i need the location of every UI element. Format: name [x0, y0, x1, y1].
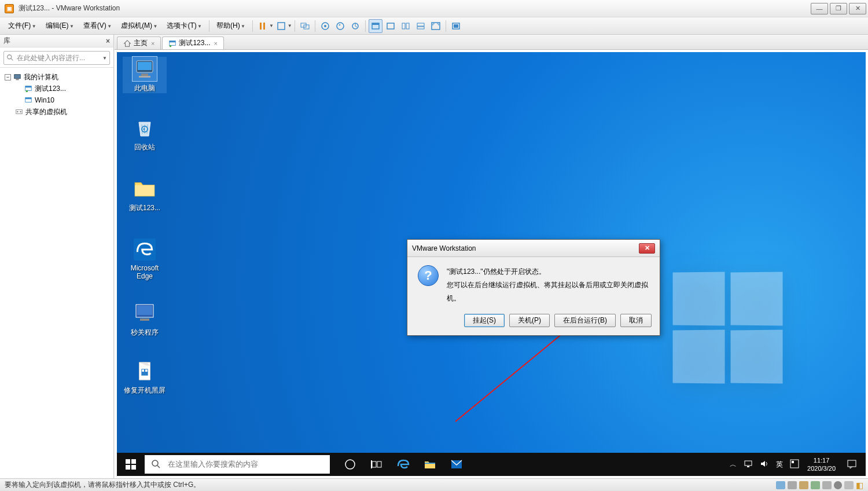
app-icon: ▣: [5, 4, 14, 13]
close-button[interactable]: ✕: [849, 3, 866, 14]
svg-point-29: [20, 111, 21, 113]
svg-rect-18: [454, 24, 458, 28]
exit-fullscreen-button[interactable]: [449, 19, 463, 33]
svg-rect-23: [25, 86, 32, 88]
library-search-input[interactable]: 在此处键入内容进行... ▼: [3, 51, 110, 65]
minimize-button[interactable]: —: [811, 3, 828, 14]
svg-rect-52: [377, 461, 381, 467]
tray-network-icon[interactable]: [740, 460, 756, 470]
taskbar-taskview-button[interactable]: [363, 453, 390, 476]
start-button[interactable]: [117, 453, 145, 476]
dialog-background-button[interactable]: 在后台运行(B): [554, 314, 616, 327]
dialog-cancel-button[interactable]: 取消: [620, 314, 652, 327]
desktop-icon-tool2[interactable]: 修复开机黑屏: [123, 359, 167, 395]
svg-rect-34: [138, 62, 152, 70]
tray-ime-indicator[interactable]: 英: [773, 460, 786, 470]
snapshot-button[interactable]: [318, 19, 332, 33]
search-icon: [6, 54, 14, 62]
status-cd-icon[interactable]: [788, 481, 797, 489]
taskbar-mail-button[interactable]: [443, 453, 470, 476]
svg-rect-48: [131, 465, 136, 470]
taskbar-edge-button[interactable]: [390, 453, 417, 476]
tray-ime-icon[interactable]: [786, 459, 803, 470]
svg-rect-41: [140, 318, 149, 321]
pause-button[interactable]: [256, 19, 270, 33]
svg-point-49: [152, 460, 158, 466]
system-tray: ︿ 英 11:17 2020/3/20: [726, 453, 866, 476]
view-thumbnail-button[interactable]: [399, 19, 413, 33]
menu-file[interactable]: 文件(F) ▼: [3, 19, 41, 33]
menu-view[interactable]: 查看(V) ▼: [79, 19, 116, 33]
menu-vm[interactable]: 虚拟机(M) ▼: [116, 19, 162, 33]
tray-notifications-button[interactable]: [840, 453, 863, 476]
tab-close-icon[interactable]: ×: [214, 40, 217, 47]
desktop-icon-tool1[interactable]: 秒关程序: [123, 301, 167, 338]
snapshot-manager-button[interactable]: [348, 19, 362, 33]
svg-line-61: [455, 323, 575, 422]
svg-rect-15: [417, 27, 424, 29]
svg-rect-57: [747, 466, 749, 467]
tray-volume-icon[interactable]: [756, 460, 773, 470]
svg-rect-51: [372, 461, 376, 467]
svg-rect-45: [126, 459, 130, 464]
question-icon: ?: [418, 265, 439, 286]
library-title: 库: [3, 36, 10, 46]
power-button[interactable]: [274, 19, 288, 33]
send-ctrl-alt-del-button[interactable]: [298, 19, 312, 33]
vm-running-icon: [168, 39, 176, 47]
tab-close-icon[interactable]: ×: [151, 40, 155, 47]
view-single-button[interactable]: [369, 19, 382, 33]
svg-rect-53: [371, 460, 372, 468]
taskbar-search-input[interactable]: 在这里输入你要搜索的内容: [145, 455, 330, 474]
svg-rect-26: [25, 98, 32, 100]
windows-icon: [126, 459, 136, 470]
vmware-close-dialog: VMware Workstation ✕ ? "测试123..."仍然处于开启状…: [407, 239, 660, 336]
tree-shared-vms[interactable]: 共享的虚拟机: [2, 106, 111, 118]
dialog-close-button[interactable]: ✕: [639, 243, 655, 254]
status-message-icon[interactable]: ◧: [856, 481, 863, 490]
taskbar-explorer-button[interactable]: [417, 453, 443, 476]
status-usb-icon[interactable]: [822, 481, 832, 489]
desktop-icon-this-pc[interactable]: 此电脑: [123, 57, 167, 93]
svg-rect-35: [141, 74, 148, 76]
menubar: 文件(F) ▼ 编辑(E) ▼ 查看(V) ▼ 虚拟机(M) ▼ 选项卡(T) …: [0, 17, 868, 35]
svg-rect-46: [131, 459, 136, 464]
status-disk-icon[interactable]: [776, 481, 785, 489]
tree-root-my-computer[interactable]: − 我的计算机: [2, 71, 111, 83]
library-close-button[interactable]: ×: [106, 37, 110, 45]
tree-vm-win10[interactable]: Win10: [2, 94, 111, 106]
fullscreen-button[interactable]: [429, 19, 443, 33]
view-console-button[interactable]: [384, 19, 398, 33]
tree-vm-test123[interactable]: 测试123...: [2, 83, 111, 94]
dialog-poweroff-button[interactable]: 关机(P): [509, 314, 550, 327]
status-device-icons: ◧: [776, 481, 863, 490]
search-icon: [152, 460, 161, 469]
svg-rect-40: [137, 306, 152, 315]
revert-snapshot-button[interactable]: [333, 19, 347, 33]
maximize-button[interactable]: ❐: [830, 3, 847, 14]
menu-edit[interactable]: 编辑(E) ▼: [41, 19, 79, 33]
tray-chevron-up-icon[interactable]: ︿: [726, 460, 740, 470]
window-titlebar: ▣ 测试123... - VMware Workstation — ❐ ✕: [0, 0, 868, 17]
collapse-icon[interactable]: −: [5, 74, 11, 80]
tray-clock[interactable]: 11:17 2020/3/20: [803, 456, 840, 473]
desktop-icon-folder[interactable]: 测试123...: [123, 177, 167, 213]
search-placeholder: 在此处键入内容进行...: [17, 53, 85, 63]
svg-rect-2: [278, 23, 285, 30]
windows-taskbar: 在这里输入你要搜索的内容 ︿ 英: [117, 453, 866, 476]
status-printer-icon[interactable]: [844, 481, 854, 489]
status-floppy-icon[interactable]: [799, 481, 808, 489]
svg-rect-11: [387, 23, 394, 29]
tab-vm-test123[interactable]: 测试123... ×: [162, 36, 223, 49]
menu-help[interactable]: 帮助(H) ▼: [212, 19, 250, 33]
desktop-icon-recycle-bin[interactable]: 回收站: [123, 116, 167, 152]
status-sound-icon[interactable]: [834, 481, 842, 489]
tab-home[interactable]: 主页 ×: [117, 36, 161, 49]
view-unity-button[interactable]: [414, 19, 428, 33]
taskbar-cortana-button[interactable]: [337, 453, 363, 476]
dialog-suspend-button[interactable]: 挂起(S): [464, 314, 505, 327]
menu-tabs[interactable]: 选项卡(T) ▼: [162, 19, 207, 33]
desktop-icon-edge[interactable]: Microsoft Edge: [123, 237, 167, 280]
status-network-icon[interactable]: [811, 481, 820, 489]
svg-rect-21: [16, 79, 19, 80]
